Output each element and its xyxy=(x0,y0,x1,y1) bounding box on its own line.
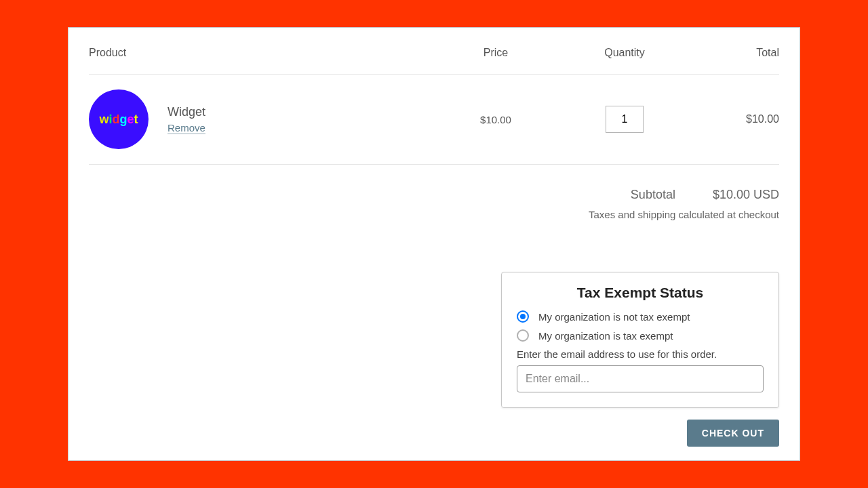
subtotal-row: Subtotal $10.00 USD xyxy=(89,188,779,202)
product-name: Widget xyxy=(167,105,205,119)
product-thumb-icon: widget xyxy=(89,89,149,149)
tax-exempt-box: Tax Exempt Status My organization is not… xyxy=(501,272,779,408)
radio-exempt[interactable]: My organization is tax exempt xyxy=(517,329,764,342)
col-header-price: Price xyxy=(428,47,564,59)
item-total: $10.00 xyxy=(686,113,779,125)
col-header-quantity: Quantity xyxy=(564,47,686,59)
radio-icon xyxy=(517,329,529,342)
col-header-product: Product xyxy=(89,47,428,59)
quantity-input[interactable] xyxy=(606,106,644,133)
remove-link[interactable]: Remove xyxy=(167,122,205,134)
subtotal-value: $10.00 USD xyxy=(713,188,779,201)
email-field[interactable] xyxy=(517,365,764,392)
email-field-label: Enter the email address to use for this … xyxy=(517,348,764,360)
checkout-button[interactable]: CHECK OUT xyxy=(687,420,779,447)
item-price: $10.00 xyxy=(428,114,564,125)
radio-label-exempt: My organization is tax exempt xyxy=(538,330,673,342)
tax-shipping-note: Taxes and shipping calculated at checkou… xyxy=(89,209,779,220)
cart-row: widget Widget Remove $10.00 $10.00 xyxy=(89,75,779,165)
col-header-total: Total xyxy=(686,47,779,59)
radio-label-not-exempt: My organization is not tax exempt xyxy=(538,311,690,323)
radio-icon xyxy=(517,310,529,323)
cart-card: Product Price Quantity Total widget Widg… xyxy=(68,27,800,461)
tax-exempt-title: Tax Exempt Status xyxy=(517,285,764,301)
radio-not-exempt[interactable]: My organization is not tax exempt xyxy=(517,310,764,323)
subtotal-label: Subtotal xyxy=(631,188,675,201)
cart-header-row: Product Price Quantity Total xyxy=(89,47,779,75)
